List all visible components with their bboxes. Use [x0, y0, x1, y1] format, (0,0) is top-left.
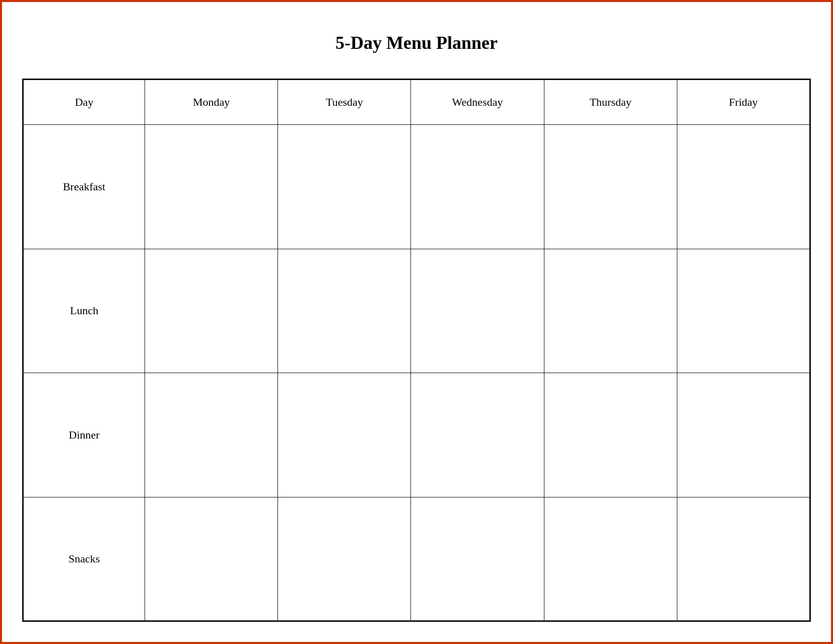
menu-planner-table: Day Monday Tuesday Wednesday Thursday Fr… — [22, 79, 811, 622]
dinner-friday[interactable] — [677, 373, 810, 497]
lunch-wednesday[interactable] — [411, 249, 544, 373]
meal-lunch: Lunch — [23, 249, 145, 373]
row-snacks: Snacks — [23, 497, 810, 621]
row-lunch: Lunch — [23, 249, 810, 373]
meal-dinner: Dinner — [23, 373, 145, 497]
header-row: Day Monday Tuesday Wednesday Thursday Fr… — [23, 80, 810, 125]
header-monday: Monday — [145, 80, 278, 125]
dinner-tuesday[interactable] — [278, 373, 411, 497]
table-body: Breakfast Lunch Dinner Snacks — [23, 125, 810, 621]
breakfast-tuesday[interactable] — [278, 125, 411, 249]
lunch-monday[interactable] — [145, 249, 278, 373]
breakfast-wednesday[interactable] — [411, 125, 544, 249]
header-thursday: Thursday — [544, 80, 677, 125]
snacks-wednesday[interactable] — [411, 497, 544, 621]
header-tuesday: Tuesday — [278, 80, 411, 125]
lunch-friday[interactable] — [677, 249, 810, 373]
breakfast-thursday[interactable] — [544, 125, 677, 249]
meal-breakfast: Breakfast — [23, 125, 145, 249]
row-breakfast: Breakfast — [23, 125, 810, 249]
row-dinner: Dinner — [23, 373, 810, 497]
snacks-monday[interactable] — [145, 497, 278, 621]
dinner-monday[interactable] — [145, 373, 278, 497]
breakfast-monday[interactable] — [145, 125, 278, 249]
breakfast-friday[interactable] — [677, 125, 810, 249]
dinner-thursday[interactable] — [544, 373, 677, 497]
snacks-thursday[interactable] — [544, 497, 677, 621]
table-header: Day Monday Tuesday Wednesday Thursday Fr… — [23, 80, 810, 125]
header-wednesday: Wednesday — [411, 80, 544, 125]
snacks-friday[interactable] — [677, 497, 810, 621]
snacks-tuesday[interactable] — [278, 497, 411, 621]
lunch-thursday[interactable] — [544, 249, 677, 373]
header-friday: Friday — [677, 80, 810, 125]
dinner-wednesday[interactable] — [411, 373, 544, 497]
lunch-tuesday[interactable] — [278, 249, 411, 373]
page-title: 5-Day Menu Planner — [335, 32, 498, 53]
meal-snacks: Snacks — [23, 497, 145, 621]
header-day: Day — [23, 80, 145, 125]
